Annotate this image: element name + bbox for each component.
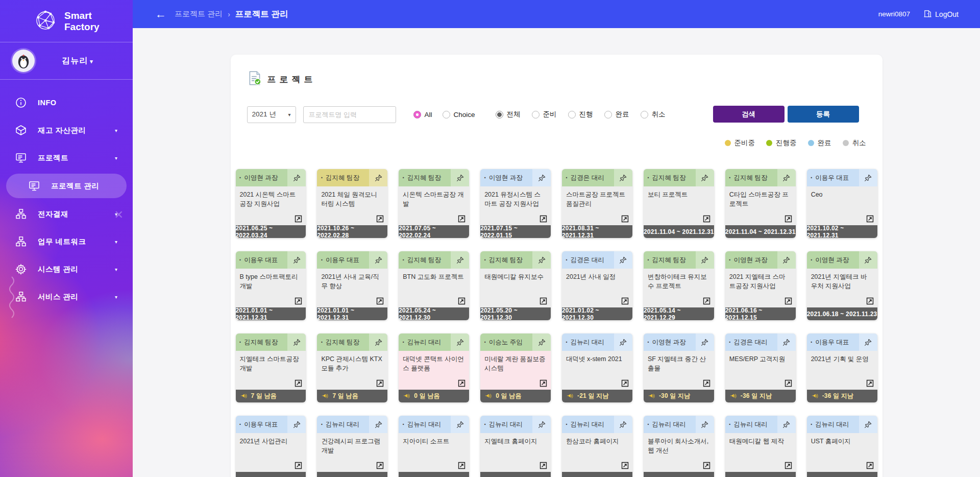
expand-icon[interactable] [539, 214, 548, 223]
pin-icon[interactable] [859, 333, 877, 351]
project-card[interactable]: · 김지혜 팀장 시온텍 스마트공장 개발 2021.07.05 ~ 2022.… [399, 169, 469, 238]
expand-icon[interactable] [621, 379, 629, 388]
expand-icon[interactable] [376, 214, 384, 223]
sidebar-item-work-network[interactable]: 업무 네트워크 ▾ [0, 228, 133, 255]
search-button[interactable]: 검색 [713, 106, 785, 123]
pin-icon[interactable] [614, 251, 632, 269]
pin-icon[interactable] [287, 251, 306, 269]
sidebar-item-system-manage[interactable]: 시스템 관리 ▾ [0, 255, 133, 283]
pin-icon[interactable] [696, 169, 714, 186]
expand-icon[interactable] [784, 461, 793, 470]
project-card[interactable]: · 김지혜 팀장 지엘테크 스마트공장 개발 7 일 남음 [236, 333, 306, 402]
expand-icon[interactable] [539, 297, 548, 305]
breadcrumb-parent[interactable]: 프로젝트 관리 [175, 9, 223, 19]
pin-icon[interactable] [369, 251, 387, 269]
pin-icon[interactable] [777, 416, 796, 433]
project-card[interactable]: · 김뉴리 대리 태원메디칼 웹 제작 [725, 416, 796, 477]
radio-option[interactable]: 준비 [532, 110, 557, 119]
expand-icon[interactable] [784, 297, 793, 305]
register-button[interactable]: 등록 [788, 106, 859, 123]
expand-icon[interactable] [702, 461, 711, 470]
expand-icon[interactable] [294, 214, 303, 223]
expand-icon[interactable] [621, 297, 629, 305]
user-row[interactable]: 김뉴리▾ [0, 42, 133, 79]
project-card[interactable]: · 김뉴리 대리 지엘테크 홈페이지 [480, 416, 551, 477]
sidebar-item-service-manage[interactable]: 서비스 관리 ▾ [0, 283, 133, 311]
expand-icon[interactable] [294, 379, 303, 388]
project-card[interactable]: · 이용우 대표 2021년 기획 및 운영 -36 일 지남 [807, 333, 877, 402]
logout-button[interactable]: LogOut [923, 9, 959, 19]
expand-icon[interactable] [702, 297, 711, 305]
project-card[interactable]: · 이영현 과장 2021 유정시스템 스마트 공장 지원사업 2021.07.… [480, 169, 551, 238]
project-card[interactable]: · 김지혜 팀장 보티 프로젝트 2021.11.04 ~ 2021.12.31 [644, 169, 714, 238]
content-area[interactable]: 프로젝트 2021 년 ▾ All Choice 전체 준비 진행 [133, 28, 980, 477]
project-card[interactable]: · 김경은 대리 스마트공장 프로젝트 품질관리 2021.08.31 ~ 20… [562, 169, 632, 238]
pin-icon[interactable] [614, 416, 632, 433]
radio-option[interactable]: All [413, 111, 432, 118]
project-card[interactable]: · 김뉴리 대리 건강레시피 프로그램 개발 [317, 416, 387, 477]
expand-icon[interactable] [702, 379, 711, 388]
pin-icon[interactable] [777, 251, 796, 269]
expand-icon[interactable] [866, 214, 874, 223]
expand-icon[interactable] [539, 379, 548, 388]
expand-icon[interactable] [866, 461, 874, 470]
project-card[interactable]: · 이용우 대표 Ceo 2021.10.02 ~ 2021.12.31 [807, 169, 877, 238]
user-name[interactable]: 김뉴리▾ [35, 56, 120, 66]
pin-icon[interactable] [451, 333, 469, 351]
project-card[interactable]: · 이영현 과장 SF 지엘테크 중간 산출물 -30 일 지남 [644, 333, 714, 402]
pin-icon[interactable] [696, 333, 714, 351]
expand-icon[interactable] [702, 214, 711, 223]
expand-icon[interactable] [294, 297, 303, 305]
pin-icon[interactable] [777, 169, 796, 186]
radio-option[interactable]: Choice [443, 111, 475, 118]
project-card[interactable]: · 이영현 과장 2021년 지엘테크 바우처 지원사업 2021.06.18 … [807, 251, 877, 320]
project-card[interactable]: · 김지혜 팀장 2021 체일 원격모니터링 시스템 2021.10.26 ~… [317, 169, 387, 238]
project-card[interactable]: · 김지혜 팀장 태원메디칼 유지보수 2021.05.20 ~ 2021.12… [480, 251, 551, 320]
sidebar-item-project[interactable]: 프로젝트 ▾ [0, 144, 133, 172]
expand-icon[interactable] [376, 461, 384, 470]
pin-icon[interactable] [696, 416, 714, 433]
project-card[interactable]: · 김뉴리 대리 대덕넷 콘택트 사이언스 플랫폼 0 일 남음 [399, 333, 469, 402]
expand-icon[interactable] [457, 461, 466, 470]
sidebar-item-inventory[interactable]: 재고 자산관리 ▾ [0, 116, 133, 144]
expand-icon[interactable] [784, 214, 793, 223]
radio-option[interactable]: 완료 [604, 110, 629, 119]
pin-icon[interactable] [777, 333, 796, 351]
expand-icon[interactable] [866, 379, 874, 388]
pin-icon[interactable] [859, 169, 877, 186]
pin-icon[interactable] [614, 169, 632, 186]
expand-icon[interactable] [539, 461, 548, 470]
project-card[interactable]: · 이영현 과장 2021 지엘테크 스마트공장 지원사업 2021.06.16… [725, 251, 796, 320]
sidebar-item-project-manage[interactable]: 프로젝트 관리 ▾ [6, 174, 127, 198]
project-card[interactable]: · 이용우 대표 2021년 사내 교육/직무 향상 2021.01.01 ~ … [317, 251, 387, 320]
expand-icon[interactable] [866, 297, 874, 305]
sidebar-item-approval[interactable]: 전자결재 ▾ [0, 200, 133, 228]
project-card[interactable]: · 김지혜 팀장 KPC 관제시스템 KTX 모듈 추가 7 일 남음 [317, 333, 387, 402]
expand-icon[interactable] [457, 297, 466, 305]
back-arrow-icon[interactable]: ← [155, 9, 166, 20]
project-card[interactable]: · 이용우 대표 B type 스마트팩토리 개발 2021.01.01 ~ 2… [236, 251, 306, 320]
project-card[interactable]: · 김경은 대리 MES/ERP 고객지원 -36 일 지남 [725, 333, 796, 402]
expand-icon[interactable] [457, 214, 466, 223]
project-card[interactable]: · 김뉴리 대리 대덕넷 x-stem 2021 -21 일 지남 [562, 333, 632, 402]
project-card[interactable]: · 김경은 대리 2021년 사내 일정 2021.01.02 ~ 2021.1… [562, 251, 632, 320]
pin-icon[interactable] [369, 169, 387, 186]
project-card[interactable]: · 이승노 주임 미네랄 계란 품질보증 시스템 0 일 남음 [480, 333, 551, 402]
pin-icon[interactable] [532, 333, 551, 351]
project-card[interactable]: · 김뉴리 대리 한삼코라 홈페이지 [562, 416, 632, 477]
project-card[interactable]: · 이영현 과장 2021 시온텍 스마트공장 지원사업 2021.06.25 … [236, 169, 306, 238]
pin-icon[interactable] [532, 169, 551, 186]
project-card[interactable]: · 김지혜 팀장 C타입 스마트공장 프로젝트 2021.11.04 ~ 202… [725, 169, 796, 238]
pin-icon[interactable] [369, 333, 387, 351]
project-card[interactable]: · 김뉴리 대리 UST 홈페이지 [807, 416, 877, 477]
pin-icon[interactable] [859, 251, 877, 269]
project-card[interactable]: · 김지혜 팀장 번창하이테크 유지보수 프로젝트 2021.05.14 ~ 2… [644, 251, 714, 320]
pin-icon[interactable] [451, 251, 469, 269]
project-card[interactable]: · 김뉴리 대리 지아이티 소프트 [399, 416, 469, 477]
pin-icon[interactable] [859, 416, 877, 433]
pin-icon[interactable] [369, 416, 387, 433]
expand-icon[interactable] [457, 379, 466, 388]
radio-option[interactable]: 전체 [496, 110, 521, 119]
radio-option[interactable]: 진행 [568, 110, 593, 119]
pin-icon[interactable] [696, 251, 714, 269]
